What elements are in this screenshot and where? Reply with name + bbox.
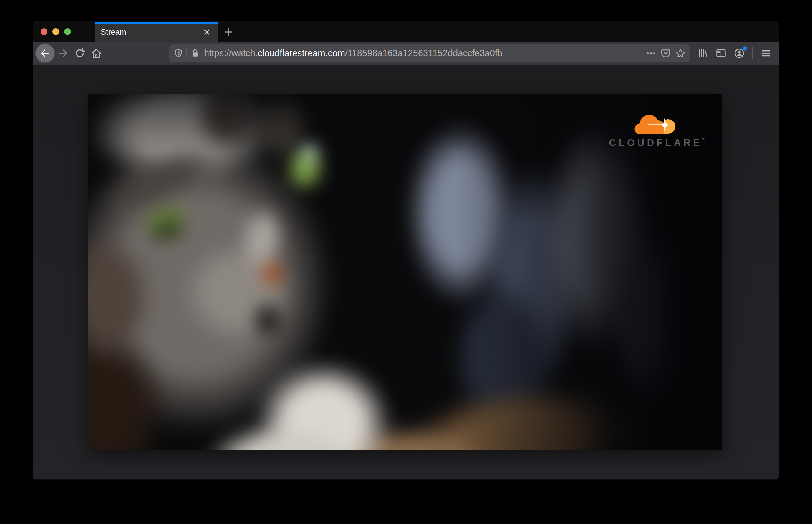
window-zoom-button[interactable] xyxy=(64,28,71,35)
navigation-toolbar: https://watch.cloudflarestream.com/11859… xyxy=(33,42,779,65)
close-tab-button[interactable] xyxy=(200,26,213,38)
plus-icon xyxy=(223,27,234,37)
cloudflare-wordmark: CLOUDFLARE® xyxy=(607,137,707,148)
home-button[interactable] xyxy=(88,45,104,62)
browser-window: Stream xyxy=(33,21,779,480)
back-button[interactable] xyxy=(35,43,55,63)
address-bar[interactable]: https://watch.cloudflarestream.com/11859… xyxy=(169,45,690,62)
sidebar-icon xyxy=(715,47,727,59)
cloudflare-cloud-icon xyxy=(631,111,683,135)
page-actions-button[interactable] xyxy=(644,46,658,61)
video-player[interactable]: CLOUDFLARE® xyxy=(88,94,722,450)
cloudflare-watermark: CLOUDFLARE® xyxy=(607,111,707,148)
three-dots-icon xyxy=(646,48,656,59)
forward-icon xyxy=(58,47,69,59)
star-icon xyxy=(675,48,686,59)
tab-stream[interactable]: Stream xyxy=(95,22,218,42)
window-controls xyxy=(33,21,95,42)
home-icon xyxy=(91,47,102,59)
pocket-icon xyxy=(660,48,671,59)
menu-button[interactable] xyxy=(758,45,774,62)
url-text: https://watch.cloudflarestream.com/11859… xyxy=(204,48,644,59)
tracking-protection-shield-icon[interactable] xyxy=(174,48,183,58)
desktop: Stream xyxy=(0,0,812,524)
new-tab-button[interactable] xyxy=(220,22,237,42)
toolbar-separator xyxy=(752,47,753,60)
page-content: CLOUDFLARE® xyxy=(33,65,779,479)
close-icon xyxy=(202,28,211,36)
reload-icon xyxy=(74,47,86,59)
back-icon xyxy=(39,47,51,59)
tab-bar: Stream xyxy=(33,21,779,42)
window-close-button[interactable] xyxy=(40,28,47,35)
pocket-button[interactable] xyxy=(658,46,673,61)
window-minimize-button[interactable] xyxy=(52,28,59,35)
lock-icon[interactable] xyxy=(191,49,200,58)
registered-mark: ® xyxy=(702,137,705,141)
reload-button[interactable] xyxy=(71,45,88,62)
sidebar-button[interactable] xyxy=(713,45,729,62)
forward-button[interactable] xyxy=(55,45,71,62)
tab-title: Stream xyxy=(101,28,200,37)
hamburger-menu-icon xyxy=(760,47,772,59)
bookmark-button[interactable] xyxy=(673,46,688,61)
account-notification-dot xyxy=(743,46,747,51)
account-button[interactable] xyxy=(731,45,748,62)
url-path: /118598a163a125631152ddaccfe3a0fb xyxy=(345,48,503,58)
urlbar-divider xyxy=(186,48,187,58)
url-domain: cloudflarestream.com xyxy=(258,48,345,58)
library-button[interactable] xyxy=(695,45,711,62)
url-prefix: https://watch. xyxy=(204,48,258,58)
library-icon xyxy=(697,47,709,59)
active-tab-indicator xyxy=(95,22,218,24)
toolbar-right xyxy=(695,45,774,62)
